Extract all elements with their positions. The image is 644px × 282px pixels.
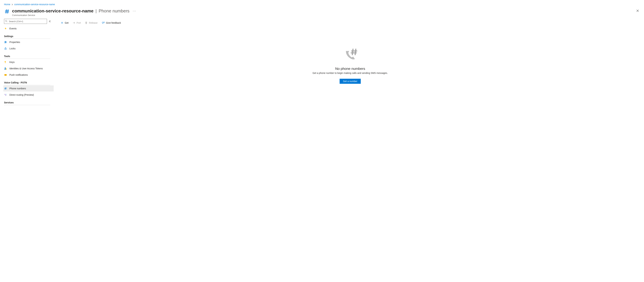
sidebar-item-keys[interactable]: Keys [3,59,54,65]
card-icon [4,73,7,76]
sidebar-item-label: Push notifications [10,74,28,76]
sidebar-item-label: Keys [10,61,14,64]
breadcrumb: Home communication-service-resource-name [0,0,644,7]
sidebar-item-locks[interactable]: Locks [3,46,54,52]
give-feedback-button[interactable]: Give feedback [101,21,122,25]
resource-type-label: Communication Service [12,14,138,17]
port-button: Port [72,21,81,25]
sidebar-group-tools: Tools [4,55,50,59]
toolbar-label: Give feedback [106,22,121,24]
toolbar: Get Port Release [60,18,640,28]
page-header: communication-service-resource-name | Ph… [0,7,644,18]
release-button: Release [84,21,98,25]
page-title-resource: communication-service-resource-name [12,9,94,14]
get-a-number-button[interactable]: Get a number [340,79,361,84]
breadcrumb-separator [12,3,13,6]
main-content: Get Port Release [54,18,644,282]
svg-point-3 [5,41,6,42]
sidebar-group-voice-calling: Voice Calling - PSTN [4,81,50,85]
lock-icon [4,47,7,50]
sidebar-item-direct-routing[interactable]: Direct routing (Preview) [3,92,54,98]
svg-point-0 [5,20,7,22]
phone-routing-icon [4,93,7,96]
svg-point-17 [6,94,7,95]
more-icon[interactable]: ··· [132,9,138,14]
sidebar-group-settings: Settings [4,35,50,39]
trash-icon [85,22,88,24]
svg-rect-11 [5,63,6,63]
arrow-right-icon [72,22,75,24]
search-icon [5,20,8,23]
lightning-icon [4,27,7,30]
toolbar-label: Port [77,22,81,24]
svg-point-16 [6,94,6,94]
plus-icon [61,22,64,24]
svg-point-13 [6,69,7,70]
sidebar-item-events[interactable]: Events [3,26,54,32]
breadcrumb-resource[interactable]: communication-service-resource-name [14,3,55,6]
svg-rect-15 [4,75,7,75]
svg-point-7 [5,43,5,43]
hash-icon [4,87,7,90]
empty-state-title: No phone numbers [335,67,365,71]
sidebar: Events Settings Properties Locks [0,18,54,282]
sidebar-item-push-notifications[interactable]: Push notifications [3,72,54,78]
sidebar-item-label: Direct routing (Preview) [10,94,34,96]
svg-rect-10 [5,62,5,63]
sidebar-item-properties[interactable]: Properties [3,39,54,45]
toolbar-label: Release [89,22,98,24]
search-input[interactable] [4,19,47,24]
get-button[interactable]: Get [60,21,69,25]
feedback-icon [102,21,105,24]
empty-state-text: Get a phone number to begin making calls… [312,72,388,74]
page-title-page: Phone numbers [98,9,130,14]
empty-state: No phone numbers Get a phone number to b… [60,28,640,282]
hash-icon [4,9,10,15]
close-button[interactable] [635,9,640,13]
sidebar-item-phone-numbers[interactable]: Phone numbers [3,85,54,92]
sidebar-item-label: Events [10,27,16,30]
breadcrumb-home[interactable]: Home [4,3,10,6]
svg-line-1 [7,22,8,22]
sidebar-group-services: Services [4,101,50,105]
sliders-icon [4,41,7,44]
sidebar-item-label: Properties [10,41,20,44]
sidebar-item-label: Locks [10,47,16,50]
page-title-separator: | [96,9,97,14]
svg-point-5 [6,42,6,43]
key-icon [4,61,7,64]
sidebar-item-label: Phone numbers [10,87,26,90]
collapse-sidebar-button[interactable] [49,20,51,23]
phone-hash-icon [343,48,358,63]
svg-rect-8 [5,48,6,50]
sidebar-item-identities[interactable]: Identities & User Access Tokens [3,66,54,72]
person-token-icon [4,67,7,70]
svg-point-12 [5,68,6,69]
svg-point-18 [102,22,104,23]
toolbar-label: Get [65,22,68,24]
sidebar-item-label: Identities & User Access Tokens [10,67,43,70]
